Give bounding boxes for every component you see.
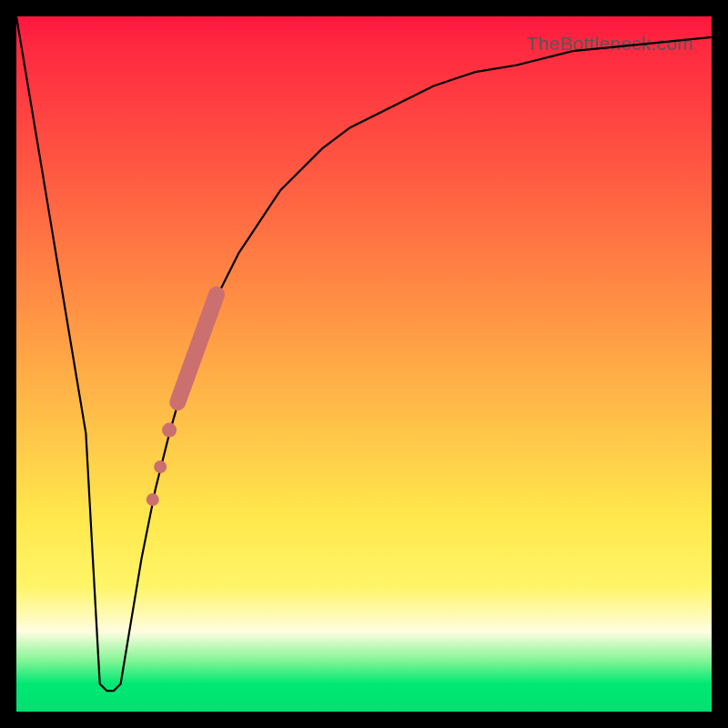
marker-dot xyxy=(162,423,177,438)
curve-markers xyxy=(147,295,217,506)
marker-band xyxy=(177,295,217,402)
marker-dot xyxy=(154,460,167,473)
bottleneck-curve xyxy=(16,16,712,691)
marker-dot xyxy=(147,493,159,506)
plot-area: TheBottleneck.com xyxy=(16,16,712,712)
chart-frame: TheBottleneck.com xyxy=(0,0,728,728)
chart-svg xyxy=(16,16,712,712)
